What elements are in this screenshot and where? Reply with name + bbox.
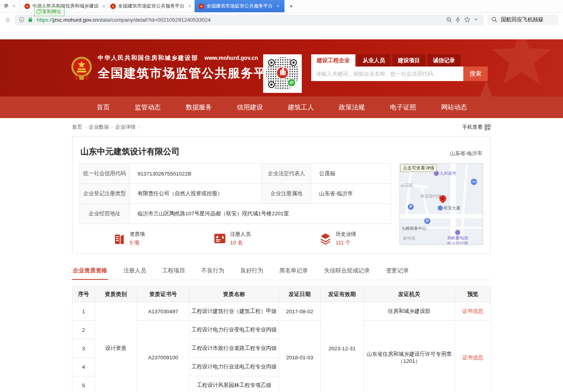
stat-value: 5 项	[130, 239, 145, 246]
header-qr-code	[263, 54, 302, 93]
layers-icon	[319, 232, 332, 245]
cell-seq: 1	[72, 302, 95, 321]
browser-tab-2[interactable]: ★ 全国建筑市场监管公共服务平台 ×	[106, 0, 195, 12]
tab-title: 全国建筑市场监管公共服务平台	[118, 3, 184, 9]
url-field[interactable]: https://jzsc.mohurd.gov.cn/data/company/…	[15, 15, 483, 25]
lightning-icon[interactable]	[455, 17, 461, 23]
map-parking-icon: P	[408, 203, 414, 210]
tab-change-records[interactable]: 变更记录	[385, 263, 410, 280]
url-text: https://jzsc.mohurd.gov.cn/data/company/…	[37, 17, 210, 23]
keyword-search-input[interactable]: 请输入关键词，例如企业名称、统一社会信用代码	[311, 67, 463, 81]
site-favicon: ★	[199, 4, 204, 9]
site-header: 中华人民共和国住房和城乡建设部www.mohurd.gov.cn 全国建筑市场监…	[0, 39, 563, 96]
cell-seq: 4	[72, 358, 95, 376]
nav-site-news[interactable]: 网站动态	[441, 103, 467, 112]
company-info-table: 统一社会信用代码 91371302675501022B 企业法定代表人 公茂福 …	[80, 163, 391, 224]
nav-home[interactable]: 首页	[97, 103, 110, 112]
building-icon	[114, 232, 126, 245]
close-icon[interactable]: ×	[277, 4, 279, 9]
nav-supervision[interactable]: 监管动态	[135, 103, 161, 112]
breadcrumb: 首页 › 企业数据 › 企业详情 ›	[72, 124, 139, 131]
browser-search-box[interactable]: 国航回应飞机颠簸	[487, 15, 558, 25]
bookmark-star-icon[interactable]: ☆	[5, 16, 11, 24]
cell-issue-date: 2018-01-03	[279, 321, 321, 392]
cell-qual-name: 工程设计建筑行业（建筑工程）甲级	[190, 302, 279, 321]
site-brand[interactable]: 中华人民共和国住房和城乡建设部www.mohurd.gov.cn 全国建筑市场监…	[71, 54, 280, 81]
close-icon[interactable]: ×	[188, 4, 191, 9]
qualification-table: 序号 资质类别 资质证书号 资质名称 发证日期 发证有效期 发证机关 预览 1 …	[72, 286, 491, 392]
nav-credit[interactable]: 信用建设	[237, 103, 263, 112]
certificate-info-link[interactable]: 证书信息	[462, 355, 483, 361]
stat-track-record[interactable]: 历史业绩 111 个	[319, 231, 356, 246]
company-map[interactable]: 点击可查看详情 九州超市 ATM 记花园 联安现代城 联安大厦 P P 九峰商务…	[399, 163, 483, 245]
certificate-info-link[interactable]: 证书信息	[462, 308, 483, 314]
cell-seq: 5	[72, 376, 95, 392]
shield-icon[interactable]	[19, 17, 25, 23]
new-tab-button[interactable]: +	[284, 0, 298, 12]
stat-value: 10 名	[230, 239, 251, 246]
map-poi-lianan-city: 联安现代城	[420, 194, 441, 199]
zoom-out-icon[interactable]	[446, 17, 452, 23]
search-tab-project[interactable]: 建设项目	[392, 54, 426, 67]
breadcrumb-company-data[interactable]: 企业数据	[89, 124, 109, 131]
col-authority: 发证机关	[364, 287, 455, 302]
legal-rep-label: 企业法定代表人	[262, 164, 311, 184]
cell-seq: 3	[72, 339, 95, 358]
copy-url-label: 复制网址	[42, 8, 61, 15]
reg-place-label: 企业注册属地	[262, 184, 311, 204]
ministry-url: www.mohurd.gov.cn	[204, 55, 258, 61]
col-valid-until: 发证有效期	[321, 287, 364, 302]
cell-cert-no: A137030497	[137, 302, 190, 321]
idcard-icon	[214, 233, 226, 244]
tab-bad-behavior[interactable]: 不良行为	[201, 263, 225, 280]
copy-icon	[37, 10, 40, 14]
company-stats: 资质项 5 项 注册人员 10 名 历史业绩	[80, 224, 390, 253]
mobile-view-link[interactable]: 手机查看	[462, 124, 491, 131]
search-button[interactable]: 搜索	[463, 67, 488, 81]
tab-good-behavior[interactable]: 良好行为	[240, 263, 264, 280]
legal-rep-value: 公茂福	[311, 164, 391, 184]
map-poi-lianan-tower: 联安大厦	[438, 205, 460, 211]
site-favicon: ★	[24, 4, 30, 9]
cell-cert-no: A237009100	[137, 321, 190, 392]
stat-qualifications[interactable]: 资质项 5 项	[114, 231, 145, 246]
nav-license[interactable]: 电子证照	[390, 103, 416, 112]
breadcrumb-home[interactable]: 首页	[72, 124, 82, 131]
chevron-down-icon[interactable]	[473, 17, 479, 23]
address-value: 临沂市兰山区陶然路107号星河晶都（联安）现代城1号楼2201室	[130, 204, 391, 224]
detail-tabs: 企业资质资格 注册人员 工程项目 不良行为 良好行为 黑名单记录 失信联合惩戒记…	[72, 263, 491, 280]
breadcrumb-separator: ›	[138, 125, 139, 129]
table-row: 1 设计资质 A137030497 工程设计建筑行业（建筑工程）甲级 2017-…	[72, 302, 491, 321]
cell-issue-date: 2017-08-02	[279, 302, 321, 321]
browser-tab-active[interactable]: ★ 全国建筑市场监管公共服务平台 ×	[195, 0, 284, 12]
tab-blacklist[interactable]: 黑名单记录	[279, 263, 309, 280]
stat-registered-personnel[interactable]: 注册人员 10 名	[214, 231, 251, 246]
search-tab-personnel[interactable]: 从业人员	[357, 54, 390, 67]
col-seq: 序号	[72, 287, 95, 302]
search-tab-enterprise[interactable]: 建设工程企业	[311, 54, 355, 67]
site-favicon: ★	[110, 4, 116, 9]
stat-label: 历史业绩	[336, 231, 356, 238]
close-icon[interactable]: ×	[102, 4, 105, 9]
tab-projects[interactable]: 工程项目	[162, 263, 186, 280]
tab-bar: 界 × ★ 中华人民共和国住房和城乡建设 × ★ 全国建筑市场监管公共服务平台 …	[0, 0, 563, 13]
nav-policy[interactable]: 政策法规	[339, 103, 365, 112]
col-qual-name: 资质名称	[190, 287, 279, 302]
stat-label: 注册人员	[230, 231, 251, 238]
mobile-view-label: 手机查看	[462, 124, 483, 131]
tab-dishonesty-records[interactable]: 失信联合惩戒记录	[323, 263, 371, 280]
tab-qualifications[interactable]: 企业资质资格	[72, 263, 108, 280]
nav-workers[interactable]: 建筑工人	[288, 103, 314, 112]
breadcrumb-separator: ›	[111, 125, 113, 129]
map-poi-garden: 记花园	[400, 183, 413, 188]
address-label: 企业经营地址	[80, 204, 130, 224]
close-icon[interactable]: ×	[13, 4, 15, 9]
search-tab-credit[interactable]: 诚信记录	[427, 54, 461, 67]
tab-registered-personnel[interactable]: 注册人员	[123, 263, 147, 280]
browser-tab-partial[interactable]: 界 ×	[0, 0, 20, 12]
nav-data-service[interactable]: 数据服务	[186, 103, 212, 112]
map-poi-supermarket: 九州超市	[434, 171, 456, 176]
copy-url-tooltip[interactable]: 复制网址	[34, 7, 65, 16]
ministry-name: 中华人民共和国住房和城乡建设部www.mohurd.gov.cn	[98, 54, 280, 62]
favorite-star-icon[interactable]	[464, 17, 470, 23]
